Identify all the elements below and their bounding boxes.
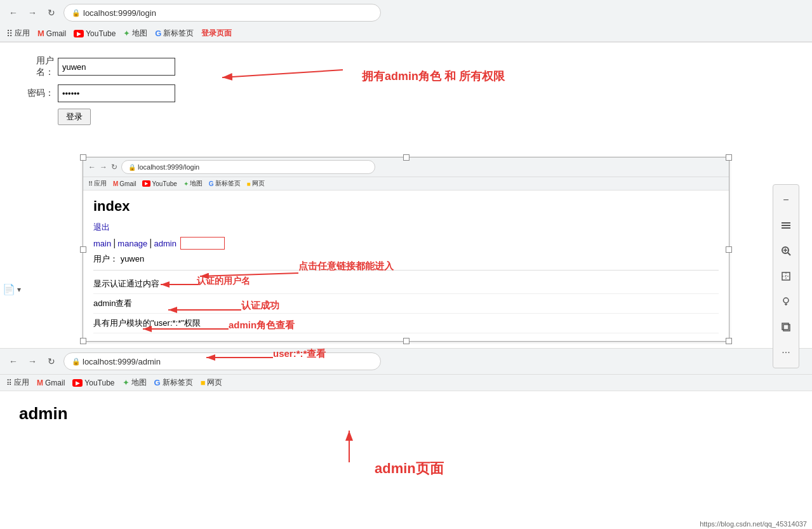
nested-bm-apps[interactable]: ⠿ 应用 — [88, 179, 107, 188]
nested-bm-web[interactable]: ■ 网页 — [247, 179, 265, 188]
left-sidebar: 📄 ▾ — [0, 279, 23, 299]
svg-rect-14 — [782, 227, 790, 229]
bottom-bm-google[interactable]: G 新标签页 — [154, 377, 193, 388]
logout-link[interactable]: 退出 — [93, 222, 110, 232]
auth-success-annotation: 认证成功 — [241, 300, 279, 312]
nested-bm-youtube[interactable]: ▶ YouTube — [142, 180, 176, 187]
user-prefix: 用户： — [93, 254, 118, 264]
layers-icon — [780, 321, 792, 333]
handle-br[interactable] — [726, 338, 732, 344]
bottom-back[interactable]: ← — [6, 354, 20, 368]
nested-bm-maps[interactable]: ✦ 地图 — [183, 179, 203, 188]
bottom-lock-icon: 🔒 — [72, 358, 81, 366]
status-bar: https://blog.csdn.net/qq_45314037 — [695, 519, 812, 529]
manage-link[interactable]: manage — [117, 239, 147, 248]
nested-forward[interactable]: → — [100, 163, 107, 171]
bottom-bm-youtube[interactable]: ▶ YouTube — [72, 378, 114, 387]
handle-tl[interactable] — [80, 154, 86, 161]
top-browser: ← → ↻ 🔒 localhost:9999/login ⠿ 应用 M Gmai… — [0, 0, 812, 43]
list-button[interactable] — [776, 215, 796, 236]
nested-refresh[interactable]: ↻ — [111, 163, 117, 171]
nav-links-row: main | manage | admin — [93, 237, 719, 250]
bulb-button[interactable] — [776, 291, 796, 312]
minus-button[interactable]: − — [776, 190, 796, 210]
bottom-address-text: localhost:9999/admin — [83, 357, 161, 366]
nested-address-text: localhost:9999/login — [138, 163, 199, 171]
bookmark-youtube[interactable]: ▶ YouTube — [74, 29, 116, 38]
admin-page-annotation: admin页面 — [375, 459, 444, 478]
bookmark-apps[interactable]: ⠿ 应用 — [6, 28, 30, 39]
nested-web-icon: ■ — [247, 180, 251, 187]
auth-content-row: 显示认证通过内容 — [93, 274, 719, 294]
nested-google-label: 新标签页 — [215, 179, 241, 188]
forward-button[interactable]: → — [25, 6, 39, 20]
bottom-web-label: 网页 — [207, 377, 222, 388]
bottom-youtube-icon: ▶ — [72, 379, 83, 387]
nested-youtube-icon: ▶ — [142, 180, 150, 187]
bottom-bm-apps[interactable]: ⠿ 应用 — [6, 377, 29, 388]
bottom-gmail-label: Gmail — [45, 378, 65, 387]
handle-ml[interactable] — [80, 246, 86, 253]
bottom-web-icon: ■ — [201, 378, 206, 387]
bookmark-gmail[interactable]: M Gmail — [37, 29, 66, 38]
admin-link[interactable]: admin — [154, 239, 176, 248]
bottom-bm-maps[interactable]: ✦ 地图 — [123, 377, 147, 388]
nested-youtube-label: YouTube — [152, 180, 176, 187]
maps-icon: ✦ — [123, 29, 130, 38]
admin-title: admin — [19, 404, 793, 424]
bottom-forward[interactable]: → — [25, 354, 39, 368]
bookmark-maps[interactable]: ✦ 地图 — [123, 28, 147, 39]
nested-back[interactable]: ← — [88, 163, 96, 171]
password-input[interactable] — [58, 84, 175, 102]
nested-content: index 退出 main | manage | admin 用户： yuwen… — [83, 191, 729, 341]
lock-icon: 🔒 — [72, 9, 81, 17]
handle-bm[interactable] — [403, 338, 409, 344]
nested-bm-gmail[interactable]: M Gmail — [113, 180, 136, 187]
user-permission-row: 具有用户模块的"user:*:*"权限 — [93, 314, 719, 333]
crop-button[interactable] — [776, 266, 796, 286]
username-input[interactable] — [58, 58, 175, 76]
more-dots: ··· — [782, 347, 790, 358]
more-button[interactable]: ··· — [776, 342, 796, 363]
list-icon — [780, 220, 792, 231]
google-icon: G — [155, 29, 161, 38]
bottom-google-icon: G — [154, 378, 161, 387]
login-btn-row: 登录 — [19, 109, 793, 125]
login-section: 用户名： 密码： 登录 — [0, 43, 812, 144]
page-wrapper: ← → ↻ 🔒 localhost:9999/login ⠿ 应用 M Gmai… — [0, 0, 812, 529]
bottom-address-bar[interactable]: 🔒 localhost:9999/admin — [63, 352, 381, 370]
zoom-in-icon — [780, 245, 792, 257]
doc-icon-btn[interactable]: 📄 ▾ — [3, 283, 21, 295]
bookmark-google[interactable]: G 新标签页 — [155, 28, 194, 39]
nested-browser: ← → ↻ 🔒 localhost:9999/login ⠿ 应用 M Gmai… — [83, 157, 729, 342]
refresh-button[interactable]: ↻ — [44, 6, 58, 20]
apps-label: 应用 — [15, 28, 30, 39]
nested-address-bar[interactable]: 🔒 localhost:9999/login — [121, 160, 375, 174]
bottom-bm-gmail[interactable]: M Gmail — [37, 378, 65, 387]
handle-bl[interactable] — [80, 338, 86, 344]
handle-tr[interactable] — [726, 154, 732, 161]
login-page-label: 登录页面 — [201, 28, 232, 39]
login-button[interactable]: 登录 — [58, 109, 91, 125]
doc-arrow: ▾ — [17, 285, 21, 294]
handle-tm[interactable] — [403, 154, 409, 161]
layers-button[interactable] — [776, 317, 796, 337]
password-label: 密码： — [19, 88, 54, 99]
main-link[interactable]: main — [93, 239, 111, 248]
back-button[interactable]: ← — [6, 6, 20, 20]
bottom-content: admin — [0, 391, 812, 436]
nested-web-label: 网页 — [252, 179, 265, 188]
zoom-in-button[interactable] — [776, 241, 796, 261]
nested-lock-icon: 🔒 — [128, 164, 136, 171]
nested-bookmarks-bar: ⠿ 应用 M Gmail ▶ YouTube ✦ 地图 G 新标签页 ■ 网页 — [83, 177, 729, 191]
nested-bm-google[interactable]: G 新标签页 — [209, 179, 241, 188]
admin-view-row: admin查看 — [93, 294, 719, 314]
address-bar[interactable]: 🔒 localhost:9999/login — [63, 4, 381, 22]
nested-apps-label: 应用 — [94, 179, 107, 188]
gmail-icon: M — [37, 29, 44, 38]
bottom-bm-web[interactable]: ■ 网页 — [201, 377, 223, 388]
bottom-refresh[interactable]: ↻ — [44, 354, 58, 368]
bookmark-login-page[interactable]: 登录页面 — [201, 28, 232, 39]
divider — [93, 270, 719, 271]
handle-mr[interactable] — [726, 246, 732, 253]
